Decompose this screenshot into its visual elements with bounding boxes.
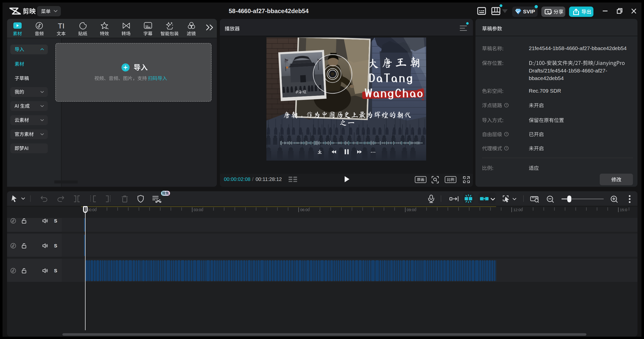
svg-text:?: ? bbox=[506, 133, 507, 136]
svg-text:?: ? bbox=[506, 147, 507, 150]
svg-text:?: ? bbox=[506, 104, 507, 107]
